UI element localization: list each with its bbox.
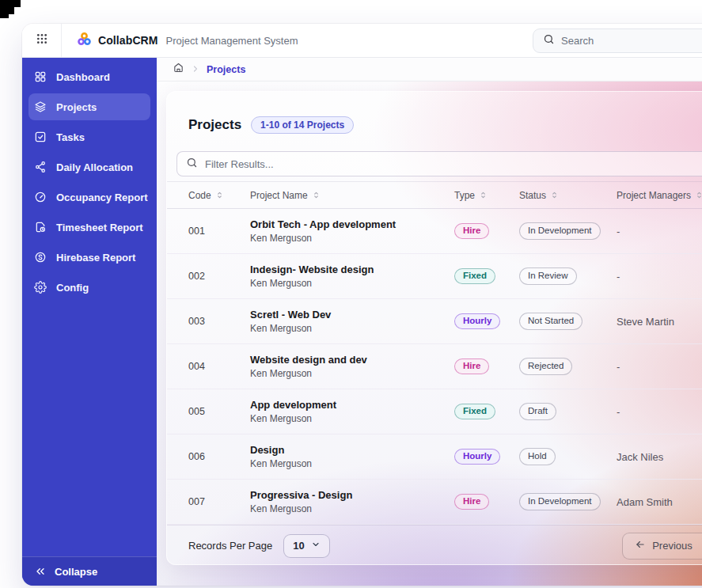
previous-page-button[interactable]: Previous [623,533,702,559]
sidebar-item-label: Config [56,282,89,294]
table-row[interactable]: 007 Progressiva - Design Ken Merguson Hi… [167,480,702,525]
sidebar-item-label: Hirebase Report [56,252,135,264]
project-name: Orbit Tech - App development [250,218,396,231]
project-owner: Ken Merguson [250,322,312,335]
table-footer: Records Per Page 10 [167,525,702,566]
cell-type: Hire [454,223,519,240]
cell-managers: Jack Niles [617,451,702,463]
cell-managers: Steve Martin [617,316,702,328]
dashboard-icon [34,70,47,83]
chevrons-left-icon [34,565,47,578]
sort-icon [215,191,224,199]
status-badge: Draft [519,403,556,420]
home-icon[interactable] [173,62,184,77]
sidebar-item-dashboard[interactable]: Dashboard [28,63,150,90]
cell-project: Indesign- Website design Ken Merguson [250,263,454,290]
table-row[interactable]: 005 App development Ken Merguson Fixed D… [167,389,702,434]
column-header-code[interactable]: Code [188,190,250,201]
table-header-row: Code Project Name Type Status Project Ma [167,181,702,209]
cell-code: 002 [188,271,250,282]
project-name: Progressiva - Design [250,488,352,502]
cell-type: Hourly [454,449,519,465]
cell-code: 005 [188,406,250,417]
breadcrumb-current[interactable]: Projects [207,64,245,75]
column-header-label: Project Managers [617,190,691,201]
sidebar-item-projects[interactable]: Projects [28,93,150,120]
cell-code: 006 [188,451,250,462]
filter-input[interactable] [205,158,702,170]
search-icon [543,33,555,48]
status-badge: In Review [519,267,577,285]
type-badge: Hire [454,223,489,240]
sidebar-collapse-button[interactable]: Collapse [22,556,157,586]
cell-type: Hire [454,358,519,375]
records-per-page-label: Records Per Page [188,540,272,552]
table-row[interactable]: 004 Website design and dev Ken Merguson … [167,344,702,389]
cell-type: Fixed [454,404,519,420]
sort-icon [695,191,702,199]
column-header-label: Project Name [250,190,308,201]
project-name: App development [250,398,336,412]
status-badge: In Development [519,493,601,510]
column-header-status[interactable]: Status [519,190,617,201]
project-owner: Ken Merguson [250,232,312,245]
cell-project: Orbit Tech - App development Ken Merguso… [250,218,454,245]
main-content: Projects Projects 1-10 of 14 Projects [157,58,702,586]
screen-corner-fragment [0,7,14,14]
column-header-label: Status [519,190,546,201]
cell-project: Website design and dev Ken Merguson [250,353,454,380]
column-header-project-managers[interactable]: Project Managers [617,190,702,201]
global-search[interactable] [533,28,702,53]
sidebar-item-occupancy-report[interactable]: Occupancy Report [28,184,150,211]
column-header-project-name[interactable]: Project Name [250,190,454,201]
cell-code: 001 [188,226,250,237]
table-row[interactable]: 003 Scretl - Web Dev Ken Merguson Hourly… [167,299,702,344]
table-row[interactable]: 006 Design Ken Merguson Hourly Hold Jack… [167,434,702,480]
project-owner: Ken Merguson [250,457,312,470]
search-icon [186,157,198,172]
share-network-icon [34,161,47,173]
gear-icon [34,281,47,294]
sidebar-item-timesheet-report[interactable]: Timesheet Report [28,214,150,241]
table-row[interactable]: 002 Indesign- Website design Ken Merguso… [167,254,702,299]
cell-type: Fixed [454,268,519,285]
cell-project: Progressiva - Design Ken Merguson [250,488,454,515]
arrow-left-icon [635,539,646,552]
sidebar-item-daily-allocation[interactable]: Daily Allocation [28,154,150,180]
cell-status: In Review [519,267,617,285]
search-input[interactable] [561,35,702,47]
app-launcher-button[interactable] [22,24,62,57]
gauge-icon [34,191,47,203]
check-square-icon [34,131,47,143]
grid-apps-icon [36,32,48,48]
cell-status: Draft [519,403,617,420]
cell-project: Scretl - Web Dev Ken Merguson [250,308,454,335]
column-header-type[interactable]: Type [454,190,519,201]
sidebar-item-tasks[interactable]: Tasks [28,123,150,150]
sort-icon [550,191,559,199]
cell-code: 007 [188,496,250,507]
type-badge: Hourly [454,313,500,330]
gradient-zone: Projects 1-10 of 14 Projects Code [157,82,702,586]
sidebar-item-config[interactable]: Config [28,274,150,301]
page-title: Projects [188,117,241,133]
records-per-page-select[interactable]: 10 [283,534,329,558]
sidebar-item-label: Timesheet Report [56,222,143,233]
cell-managers: - [617,361,702,373]
screen-corner-fragment [0,14,9,18]
sidebar-item-hirebase-report[interactable]: Hirebase Report [28,244,150,271]
project-name: Scretl - Web Dev [250,308,331,321]
brand-subtitle: Project Management System [166,35,298,47]
table-row[interactable]: 001 Orbit Tech - App development Ken Mer… [167,209,702,254]
file-clock-icon [34,221,47,233]
screen-corner-fragment [0,0,21,7]
record-count-badge: 1-10 of 14 Projects [251,116,354,134]
filter-box[interactable] [176,151,702,176]
card-header: Projects 1-10 of 14 Projects [167,92,702,151]
brand: CollabCRM Project Management System [62,32,298,50]
status-badge: In Development [519,222,601,240]
layers-icon [34,101,47,113]
sidebar-item-label: Dashboard [56,71,110,83]
brand-name: CollabCRM [98,34,158,47]
project-name: Website design and dev [250,353,367,366]
